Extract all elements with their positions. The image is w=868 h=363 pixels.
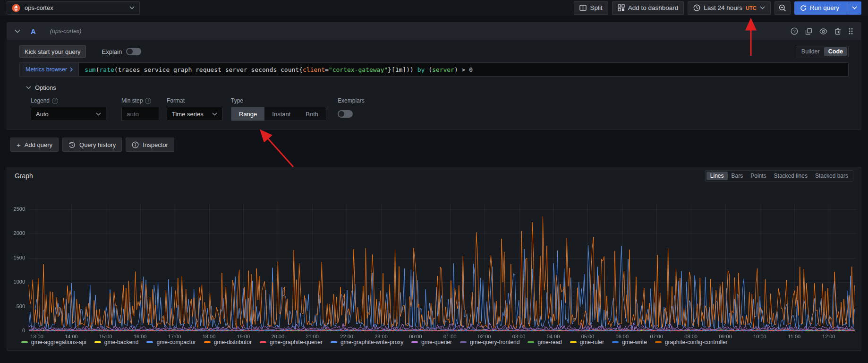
legend-item[interactable]: gme-distributor — [204, 339, 252, 346]
legend-item[interactable]: gme-graphite-querier — [260, 339, 323, 346]
exemplars-toggle[interactable] — [338, 110, 353, 118]
query-type-range[interactable]: Range — [231, 107, 264, 121]
legend-series-name: gme-graphite-querier — [270, 339, 323, 346]
sync-icon — [800, 5, 807, 11]
chevron-down-icon — [129, 6, 135, 9]
chevron-down-icon — [212, 112, 217, 116]
graph-style-stacked-lines[interactable]: Stacked lines — [770, 172, 811, 180]
zoom-out-button[interactable] — [774, 1, 791, 15]
legend-item[interactable]: gme-ruler — [570, 339, 604, 346]
graph-panel: Graph LinesBarsPointsStacked linesStacke… — [7, 167, 861, 351]
hide-response-eye-icon[interactable] — [819, 28, 827, 35]
legend-series-name: gme-compactor — [156, 339, 196, 346]
kick-start-label: Kick start your query — [25, 48, 81, 55]
legend-series-name: gme-ruler — [580, 339, 604, 346]
format-select[interactable]: Time series — [167, 107, 222, 121]
query-token: [1m] — [391, 66, 406, 73]
query-history-label: Query history — [79, 141, 116, 148]
format-field-label: Format — [167, 97, 185, 104]
timeseries-chart[interactable] — [7, 184, 862, 338]
chart-legend: gme-aggregations-apigme-backendgme-compa… — [7, 338, 861, 350]
explain-label: Explain — [102, 48, 122, 55]
time-range-picker[interactable]: Last 24 hours UTC — [688, 1, 770, 15]
add-query-button[interactable]: + Add query — [10, 138, 59, 152]
editor-mode-builder[interactable]: Builder — [797, 47, 824, 56]
legend-swatch — [21, 341, 28, 343]
editor-mode-code[interactable]: Code — [824, 47, 847, 56]
datasource-picker[interactable]: ops-cortex — [7, 1, 140, 15]
legend-item[interactable]: gme-aggregations-api — [21, 339, 86, 346]
legend-select-value: Auto — [36, 111, 49, 118]
run-query-caret[interactable] — [848, 2, 861, 14]
promql-query-input[interactable]: sum(rate(traces_service_graph_request_se… — [78, 62, 849, 77]
legend-item[interactable]: graphite-config-controller — [655, 339, 728, 346]
kick-start-query-button[interactable]: Kick start your query — [19, 45, 86, 58]
query-type-instant[interactable]: Instant — [264, 107, 298, 121]
legend-swatch — [331, 341, 337, 343]
run-query-main[interactable]: Run query — [795, 2, 844, 14]
inspector-label: Inspector — [143, 141, 168, 148]
duplicate-query-icon[interactable] — [805, 28, 812, 35]
graph-style-stacked-bars[interactable]: Stacked bars — [811, 172, 852, 180]
query-ref-id: A — [31, 27, 36, 35]
legend-item[interactable]: gme-compactor — [146, 339, 196, 346]
legend-item[interactable]: gme-read — [528, 339, 562, 346]
remove-query-trash-icon[interactable] — [834, 28, 841, 35]
legend-swatch — [146, 341, 153, 343]
graph-style-points[interactable]: Points — [747, 172, 770, 180]
collapse-chevron-icon[interactable] — [15, 29, 20, 33]
clock-icon — [693, 4, 700, 11]
query-token: server — [432, 66, 454, 73]
legend-swatch — [204, 341, 211, 343]
query-history-button[interactable]: Query history — [62, 138, 122, 152]
legend-item[interactable]: gme-querier — [411, 339, 452, 346]
help-icon[interactable]: ? — [791, 27, 798, 35]
explain-toggle[interactable] — [126, 48, 141, 55]
query-token: client — [303, 66, 325, 73]
secondary-actions: + Add query Query history Inspector — [10, 138, 868, 152]
graph-style-lines[interactable]: Lines — [706, 172, 728, 180]
legend-item[interactable]: gme-query-frontend — [460, 339, 519, 346]
inspector-button[interactable]: Inspector — [126, 138, 174, 152]
chevron-down-icon — [760, 6, 765, 9]
add-to-dashboard-label: Add to dashboard — [628, 4, 679, 11]
query-datasource-hint: (ops-cortex) — [50, 28, 82, 35]
legend-swatch — [655, 341, 662, 343]
query-token: traces_service_graph_request_server_seco… — [118, 66, 299, 73]
legend-item[interactable]: gme-graphite-write-proxy — [331, 339, 403, 346]
graph-style-switch: LinesBarsPointsStacked linesStacked bars — [705, 170, 853, 182]
metrics-browser-button[interactable]: Metrics browser — [19, 62, 78, 77]
query-type-both[interactable]: Both — [298, 107, 326, 121]
legend-item[interactable]: gme-write — [612, 339, 647, 346]
query-token: { — [299, 66, 303, 73]
legend-series-name: gme-query-frontend — [470, 339, 519, 346]
split-button[interactable]: Split — [574, 1, 608, 15]
apps-grid-icon — [618, 4, 625, 11]
collapse-chevron-icon — [26, 86, 31, 89]
legend-series-name: gme-querier — [421, 339, 452, 346]
min-step-field-label: Min step — [121, 97, 143, 104]
legend-series-name: gme-distributor — [214, 339, 252, 346]
min-step-input[interactable] — [121, 107, 159, 121]
legend-item[interactable]: gme-backend — [94, 339, 139, 346]
options-section-toggle[interactable]: Options — [26, 84, 849, 91]
query-token: rate — [100, 66, 114, 73]
add-to-dashboard-button[interactable]: Add to dashboard — [612, 1, 684, 15]
drag-handle-icon[interactable] — [848, 27, 853, 35]
editor-mode-switch: BuilderCode — [796, 46, 849, 57]
query-token: )) — [406, 66, 414, 73]
query-token: ) — [454, 66, 458, 73]
type-field-label: Type — [231, 97, 243, 104]
legend-series-name: gme-backend — [104, 339, 139, 346]
query-row-header[interactable]: A (ops-cortex) ? — [7, 23, 861, 40]
legend-swatch — [612, 341, 619, 343]
explore-toolbar: ops-cortex Split Add to dashboard Last 2… — [0, 0, 868, 16]
run-query-button[interactable]: Run query — [794, 1, 861, 15]
legend-series-name: gme-write — [622, 339, 647, 346]
options-header-label: Options — [35, 84, 56, 91]
graph-style-bars[interactable]: Bars — [728, 172, 747, 180]
query-token: ( — [96, 66, 100, 73]
legend-select[interactable]: Auto — [31, 107, 106, 121]
chevron-down-icon — [852, 6, 857, 9]
query-token: } — [388, 66, 391, 73]
